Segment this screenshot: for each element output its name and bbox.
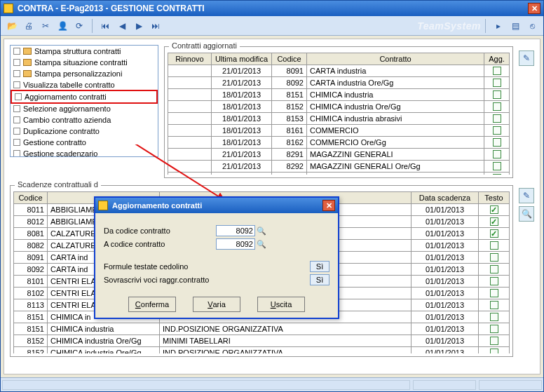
- exit-icon[interactable]: ⎋: [526, 20, 538, 32]
- print-icon[interactable]: 🖨: [22, 20, 35, 32]
- open-icon[interactable]: 📂: [6, 20, 18, 32]
- tree-item[interactable]: Duplicazione contratto: [11, 126, 158, 137]
- cut-icon[interactable]: ✂: [39, 20, 52, 32]
- checkbox-icon[interactable]: [13, 59, 20, 66]
- checkbox-icon[interactable]: [490, 301, 498, 309]
- nav-next-icon[interactable]: ▶: [132, 20, 145, 32]
- nav-prev-icon[interactable]: ◀: [116, 20, 128, 32]
- checkbox-icon[interactable]: [493, 67, 501, 75]
- checkbox-icon[interactable]: [13, 81, 20, 88]
- checkbox-icon[interactable]: [13, 128, 20, 135]
- status-cell: [413, 380, 476, 390]
- checkbox-icon[interactable]: [13, 105, 20, 112]
- checkbox-icon[interactable]: [490, 229, 498, 238]
- nav-last-icon[interactable]: ⏭: [149, 20, 162, 32]
- tree-item[interactable]: Stampa struttura contratti: [11, 46, 158, 57]
- lookup-icon[interactable]: 🔍: [257, 239, 266, 249]
- varia-button[interactable]: VariaVaria: [193, 297, 240, 312]
- tree-item[interactable]: Aggiornamento contratti: [11, 90, 158, 104]
- toggle-sovrascrivi[interactable]: Sì: [310, 274, 329, 285]
- column-header[interactable]: Codice: [272, 53, 307, 65]
- checkbox-icon[interactable]: [13, 70, 20, 77]
- content-area: Stampa struttura contrattiStampa situazi…: [4, 39, 540, 374]
- checkbox-icon[interactable]: [493, 138, 501, 147]
- table-row[interactable]: 18/01/20138153CHIMICA industria abrasivi: [168, 113, 510, 125]
- tree-item[interactable]: Gestione scadenzario: [11, 148, 158, 157]
- checkbox-icon[interactable]: [493, 79, 501, 87]
- table-row[interactable]: 18/01/20138161COMMERCIO: [168, 125, 510, 137]
- tree-item[interactable]: Gestione contratto: [11, 137, 158, 148]
- checkbox-icon[interactable]: [490, 205, 498, 214]
- checkbox-icon[interactable]: [490, 313, 498, 321]
- tree-item[interactable]: Stampa situazione contratti: [11, 57, 158, 68]
- tree-item[interactable]: Stampa personalizzazioni: [11, 68, 158, 79]
- column-header[interactable]: Data scadenza: [412, 192, 479, 204]
- tree-item-label: Aggiornamento contratti: [25, 92, 107, 102]
- arrow-right-icon[interactable]: ▸: [492, 20, 505, 32]
- input-da-codice[interactable]: [216, 225, 255, 236]
- search-icon[interactable]: 🔍: [519, 206, 534, 222]
- tree-item[interactable]: Visualizza tabelle contratto: [11, 79, 158, 90]
- table-row[interactable]: 8151CHIMICA industriaIND.POSIZIONE ORGAN…: [14, 323, 510, 335]
- table-row[interactable]: 18/01/20138152CHIMICA industria Ore/Gg: [168, 101, 510, 113]
- toggle-formule[interactable]: Sì: [310, 261, 329, 272]
- checkbox-icon[interactable]: [493, 162, 501, 170]
- table-row[interactable]: 21/01/20138292MAGAZZINI GENERALI Ore/Gg: [168, 161, 510, 173]
- table-row[interactable]: 21/01/20138291MAGAZZINI GENERALI: [168, 149, 510, 161]
- checkbox-icon[interactable]: [490, 349, 498, 353]
- print-icon: [23, 48, 32, 55]
- label-a-codice: A codice contratto: [104, 240, 216, 248]
- table-row[interactable]: 18/01/20138162COMMERCIO Ore/Gg: [168, 137, 510, 149]
- checkbox-icon[interactable]: [490, 325, 498, 333]
- uscita-button[interactable]: UscitaUscita: [257, 297, 305, 312]
- main-toolbar: 📂 🖨 ✂ 👤 ⟳ ⏮ ◀ ▶ ⏭ TeamSystem ▸ ▤ ⎋: [1, 16, 543, 36]
- checkbox-icon[interactable]: [493, 150, 501, 158]
- column-header[interactable]: Ultima modifica: [212, 53, 272, 65]
- nav-first-icon[interactable]: ⏮: [99, 20, 111, 32]
- table-row[interactable]: 8152CHIMICA industria Ore/GgMINIMI TABEL…: [14, 335, 510, 347]
- checkbox-icon[interactable]: [490, 217, 498, 226]
- user-icon[interactable]: 👤: [56, 20, 69, 32]
- checkbox-icon[interactable]: [13, 139, 20, 146]
- tree-item[interactable]: Selezione aggiornamento: [11, 103, 158, 114]
- checkbox-icon[interactable]: [490, 253, 498, 262]
- table-row[interactable]: 21/01/20138092CARTA industria Ore/Gg: [168, 77, 510, 89]
- lookup-icon[interactable]: 🔍: [257, 226, 266, 236]
- checkbox-icon[interactable]: [490, 265, 498, 273]
- edit-icon[interactable]: ✎: [519, 50, 534, 66]
- column-header[interactable]: Codice: [14, 192, 48, 204]
- checkbox-icon[interactable]: [13, 150, 20, 157]
- checkbox-icon[interactable]: [493, 102, 501, 111]
- column-header[interactable]: Contratto: [307, 53, 484, 65]
- edit-icon[interactable]: ✎: [519, 188, 534, 203]
- checkbox-icon[interactable]: [493, 174, 501, 175]
- checkbox-icon[interactable]: [493, 126, 501, 135]
- checkbox-icon[interactable]: [15, 93, 22, 100]
- column-header[interactable]: Testo: [479, 192, 510, 204]
- table-row[interactable]: 18/01/20138151CHIMICA industria: [168, 89, 510, 101]
- table-row[interactable]: 8152CHIMICA industria Ore/GgIND.POSIZION…: [14, 347, 510, 354]
- checkbox-icon[interactable]: [490, 277, 498, 285]
- toolbar-separator: [92, 19, 93, 33]
- checkbox-icon[interactable]: [13, 116, 20, 123]
- conferma-button[interactable]: CConfermaonferma: [128, 297, 176, 312]
- checkbox-icon[interactable]: [490, 289, 498, 297]
- tree-item[interactable]: Cambio contratto azienda: [11, 114, 158, 126]
- table-row[interactable]: 21/01/20138091CARTA industria: [168, 65, 510, 77]
- column-header[interactable]: Rinnovo: [168, 53, 212, 65]
- stack-icon[interactable]: ▤: [509, 20, 522, 32]
- table-contratti-aggiornati[interactable]: RinnovoUltima modificaCodiceContrattoAgg…: [168, 53, 510, 175]
- group-title: Scadenze contrattuali d: [15, 180, 101, 189]
- checkbox-icon[interactable]: [493, 90, 501, 99]
- input-a-codice[interactable]: [216, 238, 255, 250]
- checkbox-icon[interactable]: [493, 114, 501, 123]
- refresh-icon[interactable]: ⟳: [73, 20, 86, 32]
- column-header[interactable]: Agg.: [484, 53, 510, 65]
- checkbox-icon[interactable]: [490, 241, 498, 250]
- checkbox-icon[interactable]: [13, 48, 20, 55]
- window-close-button[interactable]: ✕: [528, 3, 540, 14]
- dialog-close-button[interactable]: ✕: [322, 200, 335, 211]
- checkbox-icon[interactable]: [490, 337, 498, 345]
- group-title: Contratti aggiornati: [169, 41, 240, 50]
- table-row[interactable]: IETALMECCANICA industria: [168, 173, 510, 175]
